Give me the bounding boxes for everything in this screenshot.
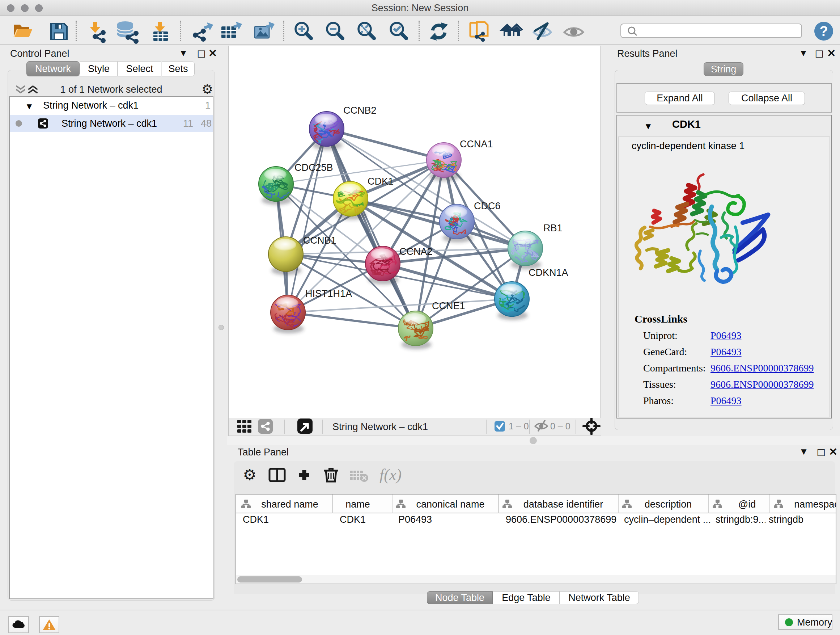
svg-text:CCNB1: CCNB1 — [303, 235, 336, 246]
svg-text:CDKN1A: CDKN1A — [529, 267, 568, 278]
svg-text:CCNA2: CCNA2 — [399, 246, 433, 257]
svg-text:CCNB2: CCNB2 — [343, 105, 377, 116]
svg-text:HIST1H1A: HIST1H1A — [305, 288, 352, 299]
svg-text:CCNE1: CCNE1 — [432, 301, 465, 311]
svg-text:⚙: ⚙ — [243, 466, 256, 483]
svg-text:database identifier: database identifier — [523, 499, 603, 510]
svg-text:1 – 0: 1 – 0 — [508, 421, 529, 431]
svg-text:namespace: namespace — [794, 499, 836, 510]
svg-text:f(x): f(x) — [379, 466, 401, 484]
svg-text:CDC25B: CDC25B — [294, 162, 333, 173]
svg-text:0 – 0: 0 – 0 — [550, 421, 570, 431]
svg-text:String Network – cdk1: String Network – cdk1 — [332, 421, 428, 432]
svg-text:RB1: RB1 — [543, 223, 562, 233]
svg-text:CDC6: CDC6 — [474, 201, 501, 211]
svg-text:@id: @id — [738, 499, 756, 510]
svg-text:name: name — [346, 499, 370, 510]
svg-text:description: description — [645, 499, 692, 510]
svg-text:shared name: shared name — [261, 499, 318, 510]
svg-text:CCNA1: CCNA1 — [460, 139, 493, 149]
svg-text:CDK1: CDK1 — [368, 176, 393, 187]
svg-text:canonical name: canonical name — [416, 499, 485, 510]
svg-text:?: ? — [819, 24, 828, 39]
